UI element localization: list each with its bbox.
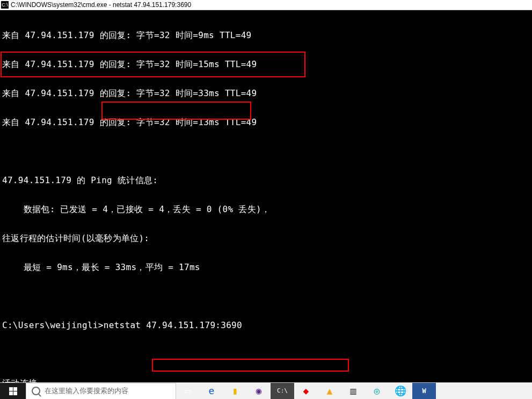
word-icon[interactable]: W (412, 383, 436, 400)
ping-stats-header: 47.94.151.179 的 Ping 统计信息: (2, 176, 530, 185)
ping-stats-packets: 数据包: 已发送 = 4，已接收 = 4，丢失 = 0 (0% 丢失)， (2, 205, 530, 214)
window-title: C:\WINDOWS\system32\cmd.exe - netstat 47… (11, 0, 191, 10)
chrome-icon[interactable]: 🌐 (389, 383, 412, 400)
app-icon[interactable]: ◆ (294, 383, 318, 400)
ping-stats-rtt: 最短 = 9ms，最长 = 33ms，平均 = 17ms (2, 263, 530, 272)
ping-stats-rtt-header: 往返行程的估计时间(以毫秒为单位): (2, 234, 530, 243)
cmd-icon: C:\ (1, 1, 9, 9)
start-button[interactable] (0, 383, 26, 400)
console-output[interactable]: 来自 47.94.151.179 的回复: 字节=32 时间=9ms TTL=4… (0, 10, 532, 399)
cmd-taskbar-icon[interactable]: C:\ (271, 383, 294, 400)
ping-reply: 来自 47.94.151.179 的回复: 字节=32 时间=33ms TTL=… (2, 89, 530, 98)
ping-reply: 来自 47.94.151.179 的回复: 字节=32 时间=15ms TTL=… (2, 60, 530, 69)
taskbar-apps: ▭ e ▮ ◉ C:\ ◆ ▲ ▥ ◎ 🌐 W (176, 383, 436, 400)
taskbar-search[interactable]: 在这里输入你要搜索的内容 (26, 383, 176, 400)
prompt-line[interactable]: C:\Users\weijingli>netstat 47.94.151.179… (2, 321, 530, 330)
blank-line (2, 292, 530, 301)
navicat-icon[interactable]: ▲ (318, 383, 341, 400)
ping-reply: 来自 47.94.151.179 的回复: 字节=32 时间=9ms TTL=4… (2, 31, 530, 40)
eclipse-icon[interactable]: ◉ (247, 383, 271, 400)
app-icon[interactable]: ▥ (341, 383, 365, 400)
edge-icon[interactable]: e (200, 383, 223, 400)
search-icon (32, 387, 40, 395)
prompt-path: C:\Users\weijingli> (2, 320, 104, 330)
search-placeholder: 在这里输入你要搜索的内容 (45, 386, 128, 396)
explorer-icon[interactable]: ▮ (223, 383, 247, 400)
window-titlebar: C:\ C:\WINDOWS\system32\cmd.exe - netsta… (0, 0, 532, 10)
prompt-command: netstat 47.94.151.179:3690 (104, 320, 242, 330)
windows-taskbar[interactable]: 在这里输入你要搜索的内容 ▭ e ▮ ◉ C:\ ◆ ▲ ▥ ◎ 🌐 W (0, 382, 532, 399)
windows-logo-icon (9, 387, 17, 395)
ping-reply: 来自 47.94.151.179 的回复: 字节=32 时间=13ms TTL=… (2, 118, 530, 127)
task-view-icon[interactable]: ▭ (176, 383, 200, 400)
blank-line (2, 147, 530, 156)
blank-line (2, 350, 530, 359)
app-icon[interactable]: ◎ (365, 383, 389, 400)
